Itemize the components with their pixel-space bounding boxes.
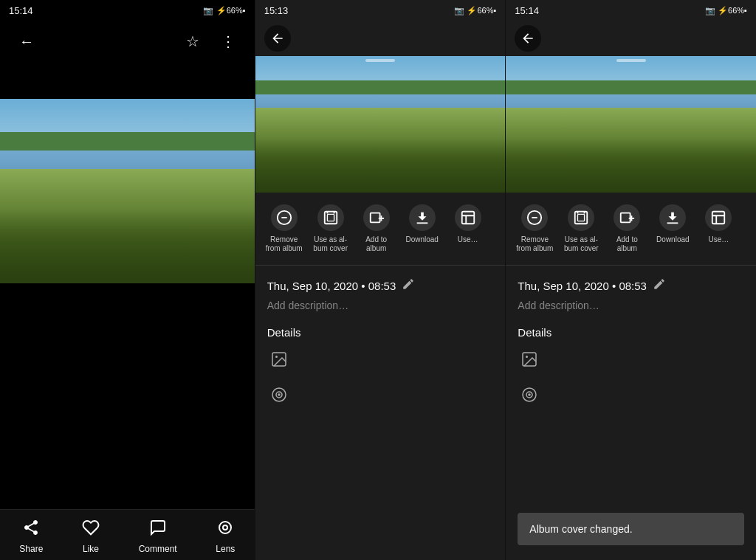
edit-button-middle[interactable] xyxy=(402,277,415,294)
drag-handle-middle xyxy=(365,59,395,62)
remove-album-icon-right xyxy=(521,204,548,231)
more-button-left[interactable]: ⋮ xyxy=(213,27,243,56)
status-time-right: 15:14 xyxy=(515,5,539,16)
status-time-middle: 15:13 xyxy=(264,5,289,16)
use-cover-icon-middle xyxy=(317,204,344,231)
status-bar-left: 15:14 📷 ⚡66%▪ xyxy=(0,0,255,21)
date-text-middle: Thu, Sep 10, 2020 • 08:53 xyxy=(267,280,396,292)
nav-share[interactable]: Share xyxy=(19,519,43,554)
svg-rect-12 xyxy=(461,212,474,224)
photo-middle xyxy=(255,56,506,193)
download-label-middle: Download xyxy=(405,235,438,244)
svg-point-1 xyxy=(223,525,227,530)
remove-album-icon-middle xyxy=(271,204,298,231)
action-use-cover-middle[interactable]: Use as al-bum cover xyxy=(309,201,353,256)
use-cover-label-right: Use as al-bum cover xyxy=(564,235,599,253)
camera-icon-middle xyxy=(267,383,291,407)
action-add-album-middle[interactable]: Add toalbum xyxy=(354,201,399,256)
lens-icon xyxy=(216,519,234,541)
svg-rect-4 xyxy=(324,212,337,224)
bottom-nav: Share Like Comment xyxy=(0,509,255,560)
status-icons-left: 📷 ⚡66%▪ xyxy=(203,6,246,15)
back-button-left[interactable]: ← xyxy=(12,27,41,56)
action-use-middle[interactable]: Use… xyxy=(446,201,490,247)
download-icon-right xyxy=(659,204,686,231)
edit-button-right[interactable] xyxy=(653,277,666,294)
action-remove-album-right[interactable]: Removefrom album xyxy=(512,201,557,256)
use-label-middle: Use… xyxy=(458,235,478,244)
details-title-middle: Details xyxy=(267,326,494,339)
nav-comment[interactable]: Comment xyxy=(139,519,177,554)
svg-rect-21 xyxy=(575,212,588,224)
photo-date-right: Thu, Sep 10, 2020 • 08:53 xyxy=(518,277,744,294)
photo-right xyxy=(506,56,756,193)
status-icons-right: 📷 ⚡66%▪ xyxy=(705,6,747,15)
action-add-album-right[interactable]: Add toalbum xyxy=(605,201,649,256)
image-icon-right xyxy=(518,348,541,371)
toast-message: Album cover changed. xyxy=(518,513,744,545)
svg-point-34 xyxy=(529,394,530,395)
details-title-right: Details xyxy=(518,326,744,339)
detail-camera-row-middle xyxy=(267,383,494,407)
lens-label: Lens xyxy=(216,544,235,554)
photo-desc-middle[interactable]: Add description… xyxy=(267,300,494,311)
reeds-fg-right xyxy=(506,138,756,193)
action-use-cover-right[interactable]: Use as al-bum cover xyxy=(559,201,603,256)
info-section-middle: Thu, Sep 10, 2020 • 08:53 Add descriptio… xyxy=(255,266,506,560)
download-label-right: Download xyxy=(656,235,689,244)
use-icon-middle xyxy=(455,204,481,231)
left-panel: 15:14 📷 ⚡66%▪ ← ☆ ⋮ xyxy=(0,0,255,560)
top-bar-left: ← ☆ ⋮ xyxy=(0,21,255,62)
svg-rect-8 xyxy=(370,213,379,223)
middle-panel: 15:13 📷 ⚡66%▪ xyxy=(255,0,506,560)
use-cover-icon-right xyxy=(568,204,594,231)
reeds-fg-left xyxy=(0,210,255,283)
status-time-left: 15:14 xyxy=(9,5,33,16)
status-bar-middle: 15:13 📷 ⚡66%▪ xyxy=(255,0,506,21)
image-icon-middle xyxy=(267,348,291,371)
drag-handle-right xyxy=(616,59,646,62)
top-black-area xyxy=(0,62,255,99)
top-bar-middle xyxy=(255,21,506,56)
photo-left xyxy=(0,99,255,283)
reeds-fg-middle xyxy=(255,138,506,193)
right-panel: 15:14 📷 ⚡66%▪ xyxy=(505,0,756,560)
camera-icon-right xyxy=(518,383,541,407)
action-download-middle[interactable]: Download xyxy=(400,201,444,247)
comment-label: Comment xyxy=(139,544,177,554)
top-actions-left: ☆ ⋮ xyxy=(178,27,243,56)
svg-point-14 xyxy=(275,356,278,358)
status-bar-right: 15:14 📷 ⚡66%▪ xyxy=(506,0,756,21)
nav-lens[interactable]: Lens xyxy=(216,519,235,554)
add-album-label-middle: Add toalbum xyxy=(365,235,387,253)
star-button[interactable]: ☆ xyxy=(178,27,207,56)
action-bar-right: Removefrom album Use as al-bum cover xyxy=(506,193,756,266)
add-album-icon-middle xyxy=(363,204,390,231)
landscape-photo-right xyxy=(506,56,756,193)
action-use-right[interactable]: Use… xyxy=(696,201,740,247)
detail-camera-row-right xyxy=(518,383,744,407)
action-remove-album-middle[interactable]: Removefrom album xyxy=(261,201,307,256)
remove-album-label-right: Removefrom album xyxy=(516,235,553,253)
use-cover-label-middle: Use as al-bum cover xyxy=(313,235,348,253)
svg-rect-5 xyxy=(327,214,334,221)
svg-point-0 xyxy=(219,522,231,533)
landscape-photo-left xyxy=(0,99,255,283)
landscape-photo-middle xyxy=(255,56,506,193)
add-album-label-right: Add toalbum xyxy=(616,235,638,253)
add-album-icon-right xyxy=(614,204,640,231)
back-button-right[interactable] xyxy=(515,25,541,52)
top-bar-right xyxy=(506,21,756,56)
svg-rect-29 xyxy=(712,212,725,224)
like-label: Like xyxy=(83,544,99,554)
action-download-right[interactable]: Download xyxy=(650,201,695,247)
share-icon xyxy=(22,519,40,541)
detail-image-row-middle xyxy=(267,348,494,371)
svg-rect-25 xyxy=(621,213,630,223)
remove-album-label-middle: Removefrom album xyxy=(266,235,303,253)
action-bar-middle: Removefrom album Use as al-bum cover xyxy=(255,193,506,266)
back-button-middle[interactable] xyxy=(264,25,291,52)
download-icon-middle xyxy=(409,204,436,231)
photo-desc-right[interactable]: Add description… xyxy=(518,300,744,311)
nav-like[interactable]: Like xyxy=(82,519,100,554)
